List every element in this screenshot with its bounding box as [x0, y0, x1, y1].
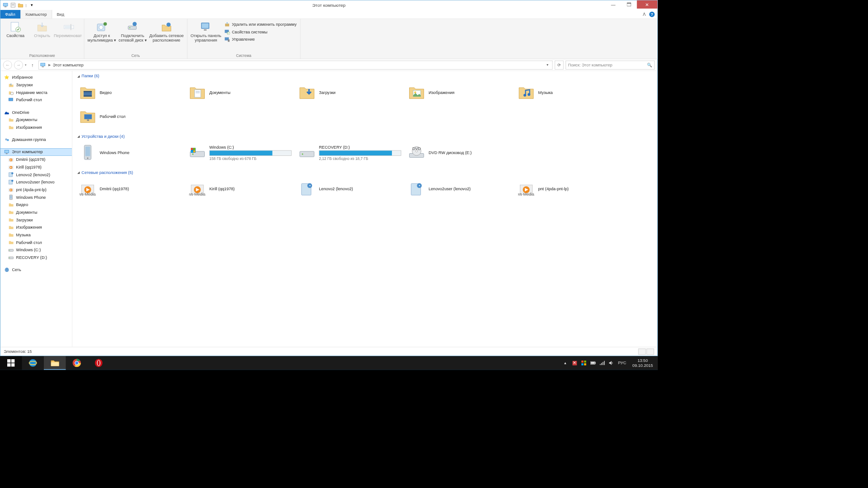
rename-button[interactable]: Переименовать	[56, 20, 82, 39]
manage-button[interactable]: Управление	[223, 36, 298, 43]
svg-point-17	[129, 27, 130, 28]
network-location-item[interactable]: Windows Media Playerpnt (4pda-pnt-lp)	[515, 178, 625, 200]
folder-item[interactable]: Видео	[77, 81, 187, 104]
search-input[interactable]: Поиск: Этот компьютер🔍	[566, 61, 655, 70]
section-folders-header[interactable]: ◢Папки (6)	[77, 74, 653, 79]
tray-security-icon[interactable]: ✕	[572, 360, 578, 366]
nav-pc-item[interactable]: Загрузки	[0, 216, 72, 224]
up-button[interactable]: ↑	[29, 61, 37, 69]
nav-pc-item[interactable]: Музыка	[0, 231, 72, 239]
nav-this-pc[interactable]: Этот компьютер	[0, 148, 72, 156]
breadcrumb[interactable]: Этот компьютер	[53, 62, 84, 67]
breadcrumb-separator-icon[interactable]: ▶	[48, 63, 51, 67]
uninstall-program-button[interactable]: Удалить или изменить программу	[223, 21, 298, 28]
control-panel-button[interactable]: Открыть панель управления	[189, 20, 222, 44]
nav-pc-item[interactable]: Документы	[0, 209, 72, 216]
ribbon-collapse-icon[interactable]: ᐱ	[643, 12, 646, 17]
window-title: Этот компьютер	[0, 3, 657, 8]
details-view-button[interactable]	[638, 348, 646, 355]
taskbar-opera[interactable]	[88, 356, 109, 370]
address-dropdown-icon[interactable]: ▾	[544, 63, 551, 66]
address-bar[interactable]: ▶ Этот компьютер ▾	[38, 61, 552, 70]
nav-pc-item[interactable]: Рабочий стол	[0, 239, 72, 246]
manage-icon	[224, 37, 230, 42]
minimize-button[interactable]: —	[605, 0, 621, 9]
folder-item[interactable]: Загрузки	[296, 81, 406, 104]
folder-item[interactable]: Документы	[187, 81, 296, 104]
nav-pc-item[interactable]: Windows (C:)	[0, 246, 72, 254]
taskbar-ie[interactable]	[22, 356, 43, 370]
folder-icon	[8, 117, 14, 123]
properties-button[interactable]: Свойства	[2, 20, 28, 39]
folder-item[interactable]: Рабочий стол	[77, 105, 187, 128]
refresh-button[interactable]: ⟳	[555, 61, 564, 70]
tray-clock[interactable]: 13:5009.10.2015	[630, 358, 656, 368]
section-devices-header[interactable]: ◢Устройства и диски (4)	[77, 134, 653, 139]
tray-volume-icon[interactable]	[609, 360, 615, 366]
open-button[interactable]: Открыть	[29, 20, 55, 39]
nav-onedrive[interactable]: OneDrive	[0, 108, 72, 116]
tab-view[interactable]: Вид	[52, 10, 69, 19]
system-tray: ▴ ✕ РУС 13:5009.10.2015	[561, 356, 658, 370]
history-dropdown-icon[interactable]: ▾	[25, 63, 27, 67]
help-icon[interactable]: ?	[649, 11, 655, 17]
taskbar-explorer[interactable]	[44, 356, 66, 370]
tray-show-hidden-icon[interactable]: ▴	[562, 360, 568, 366]
maximize-button[interactable]	[621, 0, 637, 9]
nav-pc-item[interactable]: Lenovo2user (lenovo	[0, 178, 72, 186]
nav-recent[interactable]: Недавние места	[0, 89, 72, 96]
folder-item[interactable]: Музыка	[515, 81, 625, 104]
download-icon	[8, 82, 14, 88]
qat-dropdown-icon[interactable]: ▾	[28, 2, 35, 9]
svg-rect-2	[5, 6, 7, 7]
tray-battery-icon[interactable]	[590, 360, 596, 366]
svg-point-53	[9, 250, 10, 251]
forward-button[interactable]: →	[14, 61, 23, 70]
nav-pc-item[interactable]: Dmitrii (qq1978)	[0, 156, 72, 164]
network-location-item[interactable]: Lenovo2user (lenovo2)	[406, 178, 515, 200]
network-location-item[interactable]: Lenovo2 (lenovo2)	[296, 178, 406, 200]
map-network-drive-button[interactable]: Подключить сетевой диск ▾	[118, 20, 147, 44]
nav-pc-item[interactable]: pnt (4pda-pnt-lp)	[0, 186, 72, 193]
back-button[interactable]: ←	[3, 61, 12, 70]
nav-pc-item[interactable]: Изображения	[0, 224, 72, 231]
tab-computer[interactable]: Компьютер	[20, 10, 52, 19]
explorer-window: | ▾ Этот компьютер — ✕ Файл Компьютер Ви…	[0, 0, 658, 356]
tab-file[interactable]: Файл	[0, 10, 20, 19]
item-drive-d[interactable]: RECOVERY (D:)2,12 ГБ свободно из 18,7 ГБ	[296, 141, 406, 164]
nav-pc-item[interactable]: Kirill (qq1978)	[0, 163, 72, 171]
nav-pc-item[interactable]: Lenovo2 (lenovo2)	[0, 171, 72, 178]
nav-homegroup[interactable]: Домашняя группа	[0, 136, 72, 144]
tray-language[interactable]: РУС	[618, 361, 626, 366]
ribbon: Свойства Открыть Переименовать Расположе…	[0, 19, 657, 59]
nav-desktop[interactable]: Рабочий стол	[0, 96, 72, 104]
properties-icon[interactable]	[10, 2, 16, 9]
item-windows-phone[interactable]: Windows Phone	[77, 141, 187, 164]
tray-network-icon[interactable]	[599, 360, 605, 366]
tray-app-icon[interactable]	[581, 360, 587, 366]
nav-pc-item[interactable]: Видео	[0, 201, 72, 209]
nav-downloads[interactable]: Загрузки	[0, 81, 72, 89]
item-dvd-drive[interactable]: DVDDVD RW дисковод (E:)	[406, 141, 515, 164]
add-network-location-button[interactable]: Добавить сетевое расположение	[148, 20, 185, 44]
start-button[interactable]	[0, 356, 22, 370]
nav-item-icon	[8, 232, 14, 238]
nav-onedrive-pics[interactable]: Изображения	[0, 124, 72, 131]
navigation-pane: ⭐Избранное Загрузки Недавние места Рабоч…	[0, 71, 72, 347]
tiles-view-button[interactable]	[646, 348, 654, 355]
system-properties-button[interactable]: Свойства системы	[223, 28, 298, 35]
item-drive-c[interactable]: Windows (C:)158 ГБ свободно из 678 ГБ	[187, 141, 296, 164]
folder-item[interactable]: Изображения	[406, 81, 515, 104]
nav-favorites[interactable]: ⭐Избранное	[0, 74, 72, 81]
close-button[interactable]: ✕	[637, 0, 657, 9]
section-network-header[interactable]: ◢Сетевые расположения (5)	[77, 170, 653, 175]
network-location-item[interactable]: Windows Media PlayerDmitrii (qq1978)	[77, 178, 187, 200]
new-folder-icon[interactable]	[18, 2, 24, 9]
nav-pc-item[interactable]: RECOVERY (D:)	[0, 254, 72, 262]
nav-network[interactable]: Сеть	[0, 266, 72, 274]
nav-onedrive-docs[interactable]: Документы	[0, 116, 72, 124]
network-location-item[interactable]: Windows Media PlayerKirill (qq1978)	[187, 178, 296, 200]
taskbar-chrome[interactable]	[66, 356, 87, 370]
nav-pc-item[interactable]: Windows Phone	[0, 193, 72, 201]
media-access-button[interactable]: Доступ к мультимедиа ▾	[86, 20, 117, 44]
